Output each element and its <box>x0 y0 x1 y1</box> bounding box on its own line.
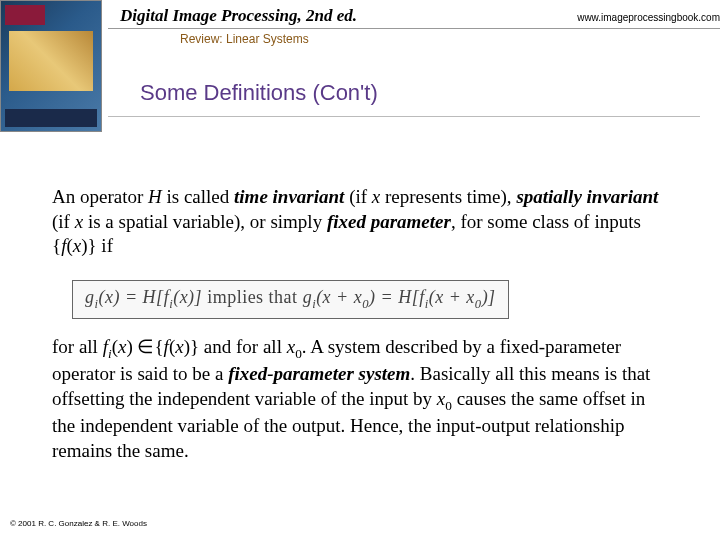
explanation-paragraph: for all fi(x) ∈{f(x)} and for all x0. A … <box>52 335 672 463</box>
equation: gi(x) = H[fi(x)] implies that gi(x + x0)… <box>72 280 509 319</box>
book-title: Digital Image Processing, 2nd ed. <box>120 6 357 26</box>
book-cover-thumbnail <box>0 0 102 132</box>
website-url: www.imageprocessingbook.com <box>577 12 720 23</box>
title-rule <box>108 116 700 117</box>
chapter-subtitle: Review: Linear Systems <box>180 32 309 46</box>
copyright-notice: © 2001 R. C. Gonzalez & R. E. Woods <box>10 519 147 528</box>
section-title: Some Definitions (Con't) <box>140 80 378 106</box>
intro-paragraph: An operator H is called time invariant (… <box>52 185 672 259</box>
header-rule <box>108 28 720 29</box>
slide-header: Digital Image Processing, 2nd ed. www.im… <box>0 0 720 68</box>
